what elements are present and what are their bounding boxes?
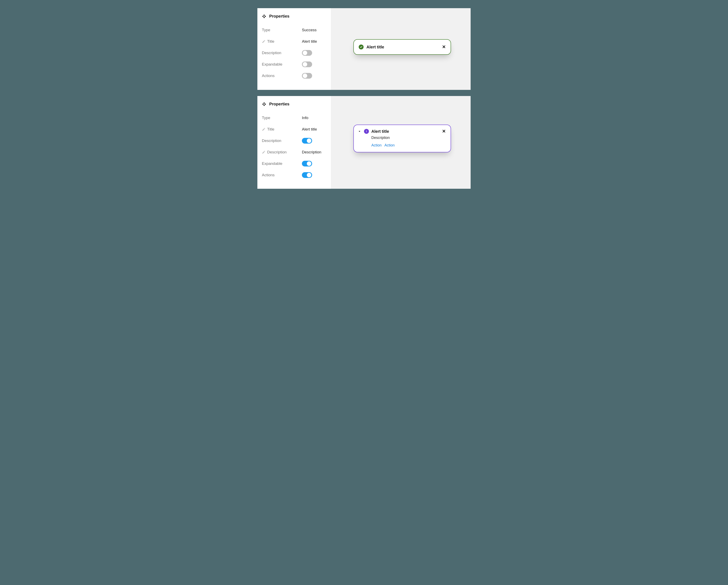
label-type: Type	[262, 115, 302, 120]
row-description-toggle: Description	[262, 135, 331, 147]
pencil-icon	[262, 128, 265, 131]
preview-canvas: Alert title ✕	[331, 8, 471, 90]
alert-title: Alert title	[366, 45, 384, 49]
alert-description: Description	[358, 136, 446, 140]
value-description-field[interactable]: Description	[302, 150, 321, 154]
properties-sidebar: Properties Type Info Title Alert title D…	[257, 96, 331, 189]
label-description-toggle: Description	[262, 138, 302, 143]
label-type: Type	[262, 28, 302, 32]
check-circle-icon	[359, 45, 364, 49]
alert-success: Alert title ✕	[354, 39, 451, 55]
row-actions: Actions	[262, 169, 331, 181]
row-title: Title Alert title	[262, 124, 331, 135]
label-expandable: Expandable	[262, 161, 302, 166]
row-expandable: Expandable	[262, 59, 331, 70]
value-type[interactable]: Success	[302, 28, 317, 32]
info-circle-icon	[364, 129, 369, 134]
pencil-icon	[262, 150, 265, 154]
label-expandable: Expandable	[262, 62, 302, 67]
alert-action-link[interactable]: Action	[371, 143, 382, 148]
value-title[interactable]: Alert title	[302, 39, 317, 44]
value-type[interactable]: Info	[302, 115, 308, 120]
label-actions: Actions	[262, 173, 302, 177]
preview-canvas: Alert title ✕ Description Action Action	[331, 96, 471, 189]
label-title: Title	[267, 127, 274, 132]
panel-success: Properties Type Success Title Alert titl…	[257, 8, 471, 90]
svg-point-0	[366, 131, 367, 131]
properties-header: Properties	[262, 14, 331, 19]
alert-info: Alert title ✕ Description Action Action	[354, 125, 451, 152]
toggle-description[interactable]	[302, 138, 312, 143]
properties-sidebar: Properties Type Success Title Alert titl…	[257, 8, 331, 90]
svg-rect-1	[366, 131, 367, 132]
label-title: Title	[267, 39, 274, 44]
toggle-actions[interactable]	[302, 172, 312, 178]
row-description-field: Description Description	[262, 147, 331, 158]
properties-title: Properties	[269, 14, 289, 19]
properties-header: Properties	[262, 102, 331, 106]
chevron-down-icon[interactable]	[358, 129, 362, 133]
alert-close-button[interactable]: ✕	[442, 44, 446, 50]
row-description: Description	[262, 47, 331, 59]
toggle-description[interactable]	[302, 50, 312, 56]
properties-icon	[262, 102, 266, 106]
label-description: Description	[262, 51, 302, 55]
label-actions: Actions	[262, 74, 302, 78]
properties-icon	[262, 14, 266, 19]
pencil-icon	[262, 39, 265, 43]
alert-close-button[interactable]: ✕	[442, 129, 446, 134]
value-title[interactable]: Alert title	[302, 127, 317, 132]
row-type: Type Success	[262, 24, 331, 36]
panel-info: Properties Type Info Title Alert title D…	[257, 96, 471, 189]
row-actions: Actions	[262, 70, 331, 81]
label-description-field: Description	[267, 150, 287, 154]
toggle-expandable[interactable]	[302, 161, 312, 166]
alert-title: Alert title	[371, 129, 389, 134]
row-expandable: Expandable	[262, 158, 331, 169]
row-type: Type Info	[262, 112, 331, 124]
row-title: Title Alert title	[262, 36, 331, 47]
properties-title: Properties	[269, 102, 289, 106]
toggle-actions[interactable]	[302, 73, 312, 79]
alert-actions: Action Action	[358, 143, 446, 148]
alert-action-link[interactable]: Action	[384, 143, 395, 148]
toggle-expandable[interactable]	[302, 61, 312, 67]
